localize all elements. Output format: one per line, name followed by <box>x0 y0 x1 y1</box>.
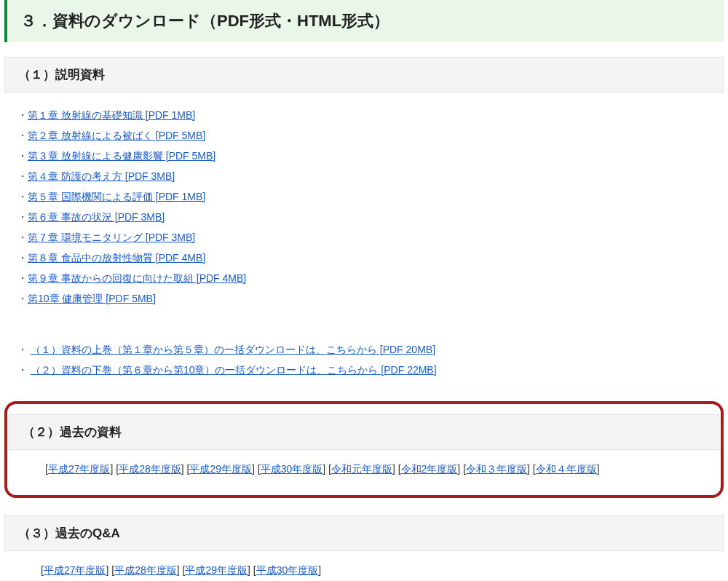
past-link-r2[interactable]: 令和2年度版 <box>401 463 458 475</box>
chapter-link-8[interactable]: 第８章 食品中の放射性物質 [PDF 4MB] <box>28 252 205 264</box>
past-link-h27[interactable]: 平成27年度版 <box>48 463 111 475</box>
section2-version-links: [平成27年度版] [平成28年度版] [平成29年度版] [平成30年度版] … <box>9 463 719 476</box>
qa-link-h29[interactable]: 平成29年度版 <box>185 564 248 576</box>
past-link-r1[interactable]: 令和元年度版 <box>331 463 392 475</box>
chapter-link-4[interactable]: 第４章 防護の考え方 [PDF 3MB] <box>28 170 175 182</box>
chapter-link-9[interactable]: 第９章 事故からの回復に向けた取組 [PDF 4MB] <box>28 272 246 284</box>
chapter-list: 第１章 放射線の基礎知識 [PDF 1MB] 第２章 放射線による被ばく [PD… <box>15 106 713 309</box>
qa-link-h30[interactable]: 平成30年度版 <box>256 564 319 576</box>
chapter-link-3[interactable]: 第３章 放射線による健康影響 [PDF 5MB] <box>28 150 215 162</box>
past-link-h29[interactable]: 平成29年度版 <box>189 463 252 475</box>
bulk-download-lower[interactable]: （２）資料の下巻（第６章から第10章）の一括ダウンロードは、こちらから [PDF… <box>31 364 437 376</box>
past-link-h28[interactable]: 平成28年度版 <box>119 463 181 475</box>
chapter-link-10[interactable]: 第10章 健康管理 [PDF 5MB] <box>28 293 156 304</box>
qa-link-h27[interactable]: 平成27年度版 <box>44 564 106 576</box>
chapter-link-5[interactable]: 第５章 国際機関による評価 [PDF 1MB] <box>28 191 205 202</box>
chapter-link-2[interactable]: 第２章 放射線による被ばく [PDF 5MB] <box>28 130 205 141</box>
section2-highlight-box: （２）過去の資料 [平成27年度版] [平成28年度版] [平成29年度版] [… <box>4 401 724 498</box>
bulk-download-list: （１）資料の上巻（第１章から第５章）の一括ダウンロードは、こちらから [PDF … <box>15 340 713 381</box>
chapter-link-6[interactable]: 第６章 事故の状況 [PDF 3MB] <box>28 211 165 223</box>
bulk-download-upper[interactable]: （１）資料の上巻（第１章から第５章）の一括ダウンロードは、こちらから [PDF … <box>31 344 435 355</box>
section2-heading: （２）過去の資料 <box>9 414 719 450</box>
main-heading: ３．資料のダウンロード（PDF形式・HTML形式） <box>4 0 724 42</box>
section3-content: [平成27年度版] [平成28年度版] [平成29年度版] [平成30年度版] <box>0 564 728 581</box>
past-link-r3[interactable]: 令和３年度版 <box>466 463 527 475</box>
past-link-r4[interactable]: 令和４年度版 <box>536 463 597 475</box>
past-link-h30[interactable]: 平成30年度版 <box>261 463 323 475</box>
section1-heading: （１）説明資料 <box>4 57 724 92</box>
chapter-link-1[interactable]: 第１章 放射線の基礎知識 [PDF 1MB] <box>28 109 195 121</box>
section3-heading: （３）過去のQ&A <box>4 515 724 551</box>
qa-link-h28[interactable]: 平成28年度版 <box>114 564 177 576</box>
chapter-link-7[interactable]: 第７章 環境モニタリング [PDF 3MB] <box>28 232 195 243</box>
section1-content: 第１章 放射線の基礎知識 [PDF 1MB] 第２章 放射線による被ばく [PD… <box>0 106 728 401</box>
section3-version-links: [平成27年度版] [平成28年度版] [平成29年度版] [平成30年度版] <box>15 564 713 577</box>
